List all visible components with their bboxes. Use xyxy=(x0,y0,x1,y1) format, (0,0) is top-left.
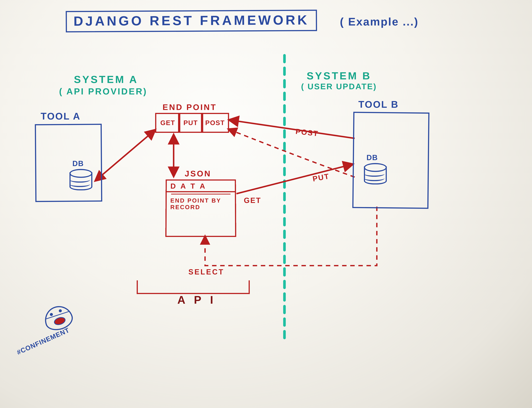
doodle-face-icon xyxy=(41,303,75,334)
json-label: JSON xyxy=(185,169,211,178)
endpoint-method-put: PUT xyxy=(178,113,203,133)
endpoint-method-post-text: POST xyxy=(205,119,225,127)
tool-b-db-label: DB xyxy=(366,153,378,162)
tool-a-db-label: DB xyxy=(72,159,84,168)
system-b-heading: SYSTEM B xyxy=(307,70,371,82)
endpoint-method-post: POST xyxy=(201,113,229,133)
api-bracket-label: A P I xyxy=(177,294,216,306)
svg-line-1 xyxy=(95,130,155,181)
hashtag: #CONFINEMENT xyxy=(16,326,71,357)
svg-line-4 xyxy=(229,120,355,138)
arrow-label-get: GET xyxy=(244,196,261,205)
tool-b-box xyxy=(352,112,429,209)
json-subtext: END POINT BY RECORD xyxy=(167,195,235,214)
endpoint-method-get: GET xyxy=(155,113,180,133)
database-icon xyxy=(364,163,384,186)
system-a-heading: SYSTEM A xyxy=(74,74,138,85)
arrow-label-select: SELECT xyxy=(188,268,224,276)
endpoint-method-get-text: GET xyxy=(160,119,175,127)
endpoint-label: END POINT xyxy=(163,102,217,112)
tool-b-label: TOOL B xyxy=(358,99,399,110)
tool-a-box xyxy=(35,124,102,202)
svg-line-3 xyxy=(236,164,353,194)
title-note: ( Example ...) xyxy=(340,16,419,28)
page-title-box: DJANGO REST FRAMEWORK xyxy=(66,10,317,32)
system-b-subheading: ( USER UPDATE) xyxy=(301,82,377,92)
endpoint-method-put-text: PUT xyxy=(183,119,198,127)
json-payload-box: D A T A END POINT BY RECORD xyxy=(165,179,236,237)
database-icon xyxy=(70,169,90,192)
page-title: DJANGO REST FRAMEWORK xyxy=(73,12,309,29)
tool-a-label: TOOL A xyxy=(41,111,81,122)
json-header: D A T A xyxy=(167,180,235,192)
system-a-subheading: ( API PROVIDER) xyxy=(59,86,147,97)
api-bracket xyxy=(137,280,250,294)
arrow-label-post: POST xyxy=(295,127,319,138)
arrow-label-put: PUT xyxy=(312,172,330,183)
